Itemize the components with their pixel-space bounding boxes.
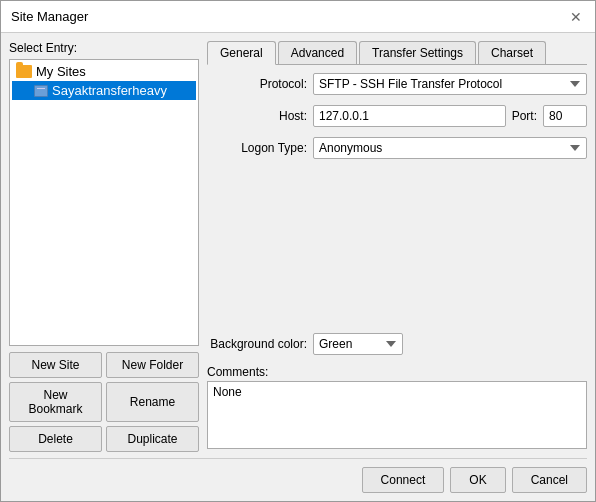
window-content: Select Entry: My Sites Sayaktransferheav… [1, 33, 595, 501]
port-label: Port: [512, 109, 537, 123]
tabs-bar: General Advanced Transfer Settings Chars… [207, 41, 587, 65]
left-buttons: New Site New Folder New Bookmark Rename … [9, 352, 199, 452]
my-sites-folder[interactable]: My Sites [12, 62, 196, 81]
tab-charset[interactable]: Charset [478, 41, 546, 64]
logon-type-label: Logon Type: [207, 141, 307, 155]
delete-button[interactable]: Delete [9, 426, 102, 452]
comments-label: Comments: [207, 365, 587, 379]
cancel-button[interactable]: Cancel [512, 467, 587, 493]
logon-type-control-wrap: Anonymous Normal Ask for password Intera… [313, 137, 587, 159]
ok-button[interactable]: OK [450, 467, 505, 493]
new-bookmark-button[interactable]: New Bookmark [9, 382, 102, 422]
new-folder-button[interactable]: New Folder [106, 352, 199, 378]
new-site-button[interactable]: New Site [9, 352, 102, 378]
site-item[interactable]: Sayaktransferheavy [12, 81, 196, 100]
host-input[interactable] [313, 105, 506, 127]
site-label: Sayaktransferheavy [52, 83, 167, 98]
logon-type-select[interactable]: Anonymous Normal Ask for password Intera… [313, 137, 587, 159]
logon-type-row: Logon Type: Anonymous Normal Ask for pas… [207, 137, 587, 159]
host-label: Host: [207, 109, 307, 123]
protocol-control-wrap: SFTP - SSH File Transfer Protocol FTP - … [313, 73, 587, 95]
bg-color-select[interactable]: None Red Green Blue Yellow [313, 333, 403, 355]
bottom-buttons: Connect OK Cancel [9, 458, 587, 493]
form-area: Protocol: SFTP - SSH File Transfer Proto… [207, 73, 587, 452]
window-title: Site Manager [11, 9, 88, 24]
my-sites-label: My Sites [36, 64, 86, 79]
duplicate-button[interactable]: Duplicate [106, 426, 199, 452]
tab-advanced[interactable]: Advanced [278, 41, 357, 64]
tab-transfer-settings[interactable]: Transfer Settings [359, 41, 476, 64]
left-panel: Select Entry: My Sites Sayaktransferheav… [9, 41, 199, 452]
comments-section: Comments: None [207, 365, 587, 452]
right-panel: General Advanced Transfer Settings Chars… [207, 41, 587, 452]
folder-icon [16, 65, 32, 78]
connect-button[interactable]: Connect [362, 467, 445, 493]
tab-general[interactable]: General [207, 41, 276, 65]
tree-view: My Sites Sayaktransferheavy [9, 59, 199, 346]
port-input[interactable] [543, 105, 587, 127]
host-row: Host: Port: [207, 105, 587, 127]
server-icon [34, 85, 48, 97]
site-manager-window: Site Manager ✕ Select Entry: My Sites Sa… [0, 0, 596, 502]
close-button[interactable]: ✕ [567, 8, 585, 26]
protocol-row: Protocol: SFTP - SSH File Transfer Proto… [207, 73, 587, 95]
select-entry-label: Select Entry: [9, 41, 199, 55]
rename-button[interactable]: Rename [106, 382, 199, 422]
main-area: Select Entry: My Sites Sayaktransferheav… [9, 41, 587, 452]
host-input-wrap [313, 105, 506, 127]
comments-textarea[interactable]: None [207, 381, 587, 449]
bg-color-label: Background color: [207, 337, 307, 351]
protocol-label: Protocol: [207, 77, 307, 91]
protocol-select[interactable]: SFTP - SSH File Transfer Protocol FTP - … [313, 73, 587, 95]
titlebar: Site Manager ✕ [1, 1, 595, 33]
bg-color-row: Background color: None Red Green Blue Ye… [207, 333, 587, 355]
spacer [207, 169, 587, 323]
